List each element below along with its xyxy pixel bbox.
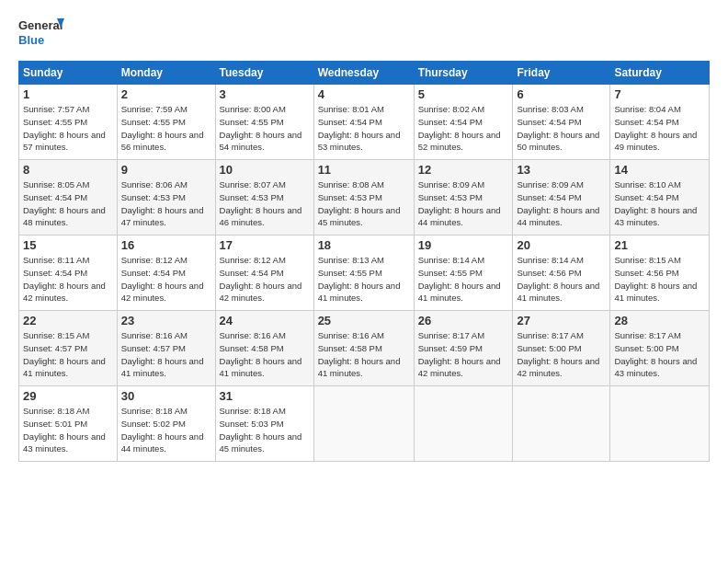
day-cell: 30Sunrise: 8:18 AMSunset: 5:02 PMDayligh…	[117, 386, 215, 462]
day-number: 29	[23, 389, 113, 403]
day-info: Sunrise: 8:05 AMSunset: 4:54 PMDaylight:…	[23, 179, 106, 227]
day-cell: 13Sunrise: 8:09 AMSunset: 4:54 PMDayligh…	[513, 160, 610, 236]
day-info: Sunrise: 8:09 AMSunset: 4:53 PMDaylight:…	[418, 179, 501, 227]
day-cell	[313, 386, 414, 462]
day-number: 27	[517, 314, 606, 327]
day-number: 16	[121, 238, 211, 252]
day-number: 11	[318, 163, 410, 177]
day-cell: 7Sunrise: 8:04 AMSunset: 4:54 PMDaylight…	[610, 85, 710, 160]
day-info: Sunrise: 7:57 AMSunset: 4:55 PMDaylight:…	[23, 104, 106, 152]
week-row-5: 29Sunrise: 8:18 AMSunset: 5:01 PMDayligh…	[19, 386, 710, 462]
day-info: Sunrise: 8:01 AMSunset: 4:54 PMDaylight:…	[318, 104, 401, 152]
calendar-body: 1Sunrise: 7:57 AMSunset: 4:55 PMDaylight…	[19, 85, 710, 462]
day-number: 12	[418, 163, 509, 177]
day-number: 8	[23, 163, 113, 177]
day-info: Sunrise: 8:06 AMSunset: 4:53 PMDaylight:…	[121, 179, 204, 227]
header-day-thursday: Thursday	[414, 62, 513, 85]
day-cell: 28Sunrise: 8:17 AMSunset: 5:00 PMDayligh…	[610, 311, 710, 386]
header-day-tuesday: Tuesday	[215, 62, 313, 85]
day-info: Sunrise: 8:16 AMSunset: 4:58 PMDaylight:…	[220, 330, 302, 378]
day-cell	[610, 386, 710, 462]
day-info: Sunrise: 8:13 AMSunset: 4:55 PMDaylight:…	[318, 255, 401, 303]
day-cell: 3Sunrise: 8:00 AMSunset: 4:55 PMDaylight…	[215, 85, 313, 160]
day-number: 24	[220, 314, 310, 327]
day-cell: 23Sunrise: 8:16 AMSunset: 4:57 PMDayligh…	[117, 311, 215, 386]
day-cell: 31Sunrise: 8:18 AMSunset: 5:03 PMDayligh…	[215, 386, 313, 462]
day-cell: 26Sunrise: 8:17 AMSunset: 4:59 PMDayligh…	[414, 311, 513, 386]
day-number: 28	[614, 314, 705, 327]
calendar-table: SundayMondayTuesdayWednesdayThursdayFrid…	[18, 61, 710, 462]
day-cell: 19Sunrise: 8:14 AMSunset: 4:55 PMDayligh…	[414, 236, 513, 311]
day-info: Sunrise: 8:18 AMSunset: 5:03 PMDaylight:…	[220, 406, 302, 454]
day-number: 14	[614, 163, 705, 177]
day-info: Sunrise: 8:17 AMSunset: 5:00 PMDaylight:…	[517, 330, 599, 378]
day-cell	[414, 386, 513, 462]
day-number: 15	[23, 238, 113, 252]
day-cell: 8Sunrise: 8:05 AMSunset: 4:54 PMDaylight…	[19, 160, 118, 236]
day-cell: 16Sunrise: 8:12 AMSunset: 4:54 PMDayligh…	[117, 236, 215, 311]
day-number: 22	[23, 314, 113, 327]
day-cell: 12Sunrise: 8:09 AMSunset: 4:53 PMDayligh…	[414, 160, 513, 236]
day-number: 7	[614, 87, 705, 101]
day-number: 30	[121, 389, 211, 403]
day-info: Sunrise: 8:10 AMSunset: 4:54 PMDaylight:…	[614, 179, 697, 227]
day-info: Sunrise: 8:16 AMSunset: 4:57 PMDaylight:…	[121, 330, 204, 378]
day-number: 5	[418, 87, 509, 101]
day-cell: 22Sunrise: 8:15 AMSunset: 4:57 PMDayligh…	[19, 311, 118, 386]
day-number: 19	[418, 238, 509, 252]
day-cell: 10Sunrise: 8:07 AMSunset: 4:53 PMDayligh…	[215, 160, 313, 236]
day-number: 3	[220, 87, 310, 101]
day-info: Sunrise: 7:59 AMSunset: 4:55 PMDaylight:…	[121, 104, 204, 152]
week-row-2: 8Sunrise: 8:05 AMSunset: 4:54 PMDaylight…	[19, 160, 710, 236]
day-number: 13	[517, 163, 606, 177]
day-number: 6	[517, 87, 606, 101]
day-info: Sunrise: 8:17 AMSunset: 4:59 PMDaylight:…	[418, 330, 501, 378]
day-info: Sunrise: 8:16 AMSunset: 4:58 PMDaylight:…	[318, 330, 401, 378]
week-row-1: 1Sunrise: 7:57 AMSunset: 4:55 PMDaylight…	[19, 85, 710, 160]
day-cell: 5Sunrise: 8:02 AMSunset: 4:54 PMDaylight…	[414, 85, 513, 160]
day-number: 18	[318, 238, 410, 252]
header-day-monday: Monday	[117, 62, 215, 85]
day-info: Sunrise: 8:09 AMSunset: 4:54 PMDaylight:…	[517, 179, 599, 227]
day-number: 23	[121, 314, 211, 327]
day-number: 26	[418, 314, 509, 327]
day-cell: 4Sunrise: 8:01 AMSunset: 4:54 PMDaylight…	[313, 85, 414, 160]
logo-svg: General Blue	[18, 15, 64, 52]
day-info: Sunrise: 8:15 AMSunset: 4:56 PMDaylight:…	[614, 255, 697, 303]
day-cell: 6Sunrise: 8:03 AMSunset: 4:54 PMDaylight…	[513, 85, 610, 160]
day-info: Sunrise: 8:08 AMSunset: 4:53 PMDaylight:…	[318, 179, 401, 227]
day-info: Sunrise: 8:00 AMSunset: 4:55 PMDaylight:…	[220, 104, 302, 152]
day-info: Sunrise: 8:12 AMSunset: 4:54 PMDaylight:…	[220, 255, 302, 303]
day-number: 4	[318, 87, 410, 101]
day-cell: 25Sunrise: 8:16 AMSunset: 4:58 PMDayligh…	[313, 311, 414, 386]
day-cell: 20Sunrise: 8:14 AMSunset: 4:56 PMDayligh…	[513, 236, 610, 311]
day-number: 1	[23, 87, 113, 101]
header-day-wednesday: Wednesday	[313, 62, 414, 85]
header: General Blue	[18, 15, 710, 52]
day-number: 20	[517, 238, 606, 252]
week-row-4: 22Sunrise: 8:15 AMSunset: 4:57 PMDayligh…	[19, 311, 710, 386]
day-number: 21	[614, 238, 705, 252]
svg-text:General: General	[18, 18, 63, 32]
day-info: Sunrise: 8:04 AMSunset: 4:54 PMDaylight:…	[614, 104, 697, 152]
header-day-friday: Friday	[513, 62, 610, 85]
day-cell: 18Sunrise: 8:13 AMSunset: 4:55 PMDayligh…	[313, 236, 414, 311]
day-info: Sunrise: 8:14 AMSunset: 4:55 PMDaylight:…	[418, 255, 501, 303]
week-row-3: 15Sunrise: 8:11 AMSunset: 4:54 PMDayligh…	[19, 236, 710, 311]
day-cell: 21Sunrise: 8:15 AMSunset: 4:56 PMDayligh…	[610, 236, 710, 311]
day-info: Sunrise: 8:03 AMSunset: 4:54 PMDaylight:…	[517, 104, 599, 152]
svg-text:Blue: Blue	[18, 33, 44, 47]
day-number: 10	[220, 163, 310, 177]
calendar-header-row: SundayMondayTuesdayWednesdayThursdayFrid…	[19, 62, 710, 85]
day-number: 31	[220, 389, 310, 403]
day-number: 9	[121, 163, 211, 177]
day-cell: 2Sunrise: 7:59 AMSunset: 4:55 PMDaylight…	[117, 85, 215, 160]
calendar-page: General Blue SundayMondayTuesdayWednesda…	[0, 0, 728, 563]
logo: General Blue	[18, 15, 64, 52]
day-number: 25	[318, 314, 410, 327]
day-cell	[513, 386, 610, 462]
day-info: Sunrise: 8:12 AMSunset: 4:54 PMDaylight:…	[121, 255, 204, 303]
day-cell: 9Sunrise: 8:06 AMSunset: 4:53 PMDaylight…	[117, 160, 215, 236]
header-day-sunday: Sunday	[19, 62, 118, 85]
day-info: Sunrise: 8:18 AMSunset: 5:01 PMDaylight:…	[23, 406, 106, 454]
